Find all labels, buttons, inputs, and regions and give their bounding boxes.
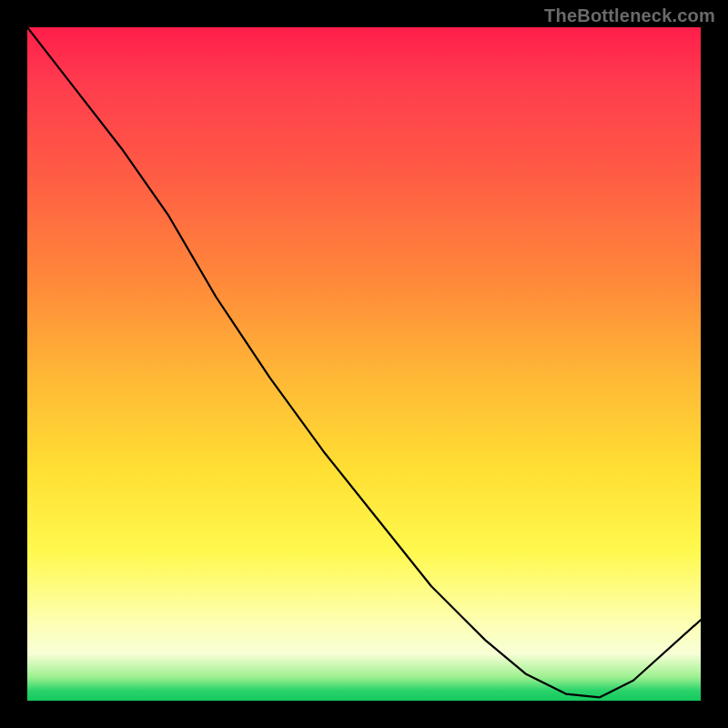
plot-area: [25, 25, 703, 703]
bottleneck-line: [27, 27, 701, 701]
watermark-text: TheBottleneck.com: [544, 5, 715, 26]
chart-container: TheBottleneck.com: [0, 0, 728, 728]
